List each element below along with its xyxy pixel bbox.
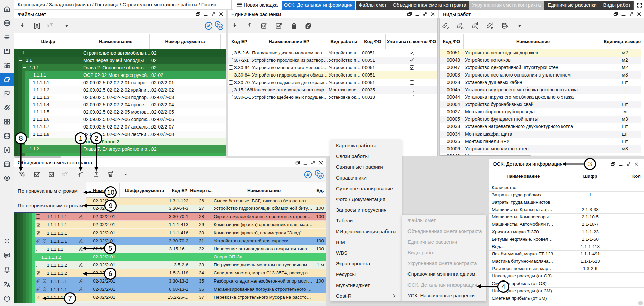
svg-text:15: 15 <box>219 26 222 29</box>
svg-text:15: 15 <box>319 174 322 177</box>
